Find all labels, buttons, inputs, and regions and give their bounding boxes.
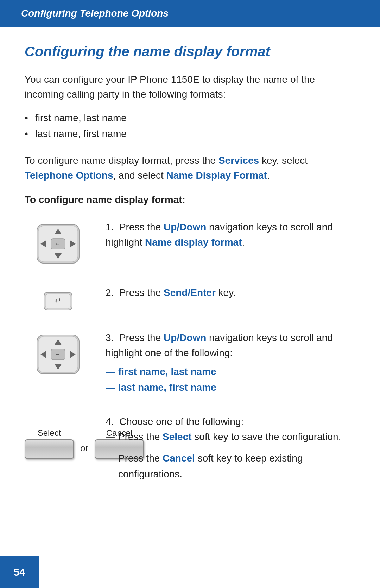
step-1-number: 1. [106, 222, 119, 233]
softkey-select-label: Select [38, 428, 61, 438]
svg-text:↵: ↵ [56, 241, 60, 247]
step-3-number: 3. [106, 332, 119, 343]
dash-item-1: first name, last name [106, 364, 355, 380]
services-link: Services [218, 155, 259, 166]
step-2-image: ↵ [25, 285, 91, 312]
step-1-before: Press the [119, 222, 164, 233]
step-1-namedisplay-link: Name display format [145, 237, 242, 248]
dash-item-2: last name, first name [106, 380, 355, 396]
subdash-2-prefix: Press the [118, 453, 163, 464]
step-3-row: ↵ 3. Press the Up/Down navigation keys t… [25, 330, 355, 396]
instructions-text-end: . [267, 170, 270, 181]
page-title: Configuring the name display format [25, 44, 355, 60]
subdash-item-1: Press the Select soft key to save the co… [106, 429, 355, 445]
step-3-image: ↵ [25, 330, 91, 377]
select-softkey-button[interactable] [25, 439, 74, 459]
subdash-1-prefix: Press the [118, 431, 163, 442]
intro-text: You can configure your IP Phone 1150E to… [25, 72, 355, 102]
footer-page-box: 54 [0, 556, 39, 588]
step-3-updown-link: Up/Down [164, 332, 206, 343]
step-4-intro: Choose one of the following: [119, 416, 243, 427]
select-link: Select [163, 431, 192, 442]
step-2-row: ↵ 2. Press the Send/Enter key. [25, 285, 355, 312]
step-3-dash-list: first name, last name last name, first n… [106, 364, 355, 396]
subdash-item-2: Press the Cancel soft key to keep existi… [106, 451, 355, 482]
breadcrumb: Configuring Telephone Options [21, 8, 169, 19]
step-4-text: 4. Choose one of the following: Press th… [91, 414, 355, 488]
footer: 54 [0, 556, 380, 588]
subdash-1-suffix: soft key to save the configuration. [192, 431, 341, 442]
step-1-row: ↵ 1. Press the Up/Down navigation keys t… [25, 219, 355, 267]
step-2-text: 2. Press the Send/Enter key. [91, 285, 355, 300]
step-3-before: Press the [119, 332, 164, 343]
sub-heading: To configure name display format: [25, 194, 355, 205]
step-1-end: . [242, 237, 245, 248]
softkey-select-group: Select [25, 428, 74, 459]
step-2-number: 2. [106, 287, 119, 298]
cancel-link: Cancel [163, 453, 195, 464]
dpad-icon-3: ↵ [33, 332, 83, 377]
instructions-text-middle: key, select [259, 155, 308, 166]
step-2-sendenter-link: Send/Enter [164, 287, 216, 298]
svg-text:↵: ↵ [55, 296, 61, 305]
dpad-icon-1: ↵ [33, 221, 83, 267]
instructions-text-and: , and select [113, 170, 166, 181]
bullet-list: first name, last name last name, first n… [25, 110, 355, 142]
softkey-or-text: or [80, 433, 88, 454]
step-1-image: ↵ [25, 219, 91, 267]
step-2-before: Press the [119, 287, 164, 298]
step-2-end: key. [216, 287, 236, 298]
instructions-text-before: To configure name display format, press … [25, 155, 218, 166]
step-4-row: Select or Cancel 4. Choose one of the fo… [25, 414, 355, 488]
instructions-text: To configure name display format, press … [25, 153, 355, 183]
telephone-options-link: Telephone Options [25, 170, 113, 181]
step-1-updown-link: Up/Down [164, 222, 206, 233]
steps-area: ↵ 1. Press the Up/Down navigation keys t… [25, 219, 355, 488]
step-4-subdash-list: Press the Select soft key to save the co… [106, 429, 355, 482]
list-item: last name, first name [25, 126, 355, 142]
step-3-text: 3. Press the Up/Down navigation keys to … [91, 330, 355, 396]
enter-icon: ↵ [42, 291, 74, 312]
header-bar: Configuring Telephone Options [0, 0, 380, 27]
list-item: first name, last name [25, 110, 355, 126]
name-display-format-link: Name Display Format [166, 170, 267, 181]
page-number: 54 [13, 566, 25, 578]
step-4-number: 4. [106, 416, 119, 427]
step-1-text: 1. Press the Up/Down navigation keys to … [91, 219, 355, 250]
main-content: Configuring the name display format You … [0, 27, 380, 527]
step-4-image: Select or Cancel [25, 414, 91, 459]
svg-text:↵: ↵ [56, 352, 60, 357]
